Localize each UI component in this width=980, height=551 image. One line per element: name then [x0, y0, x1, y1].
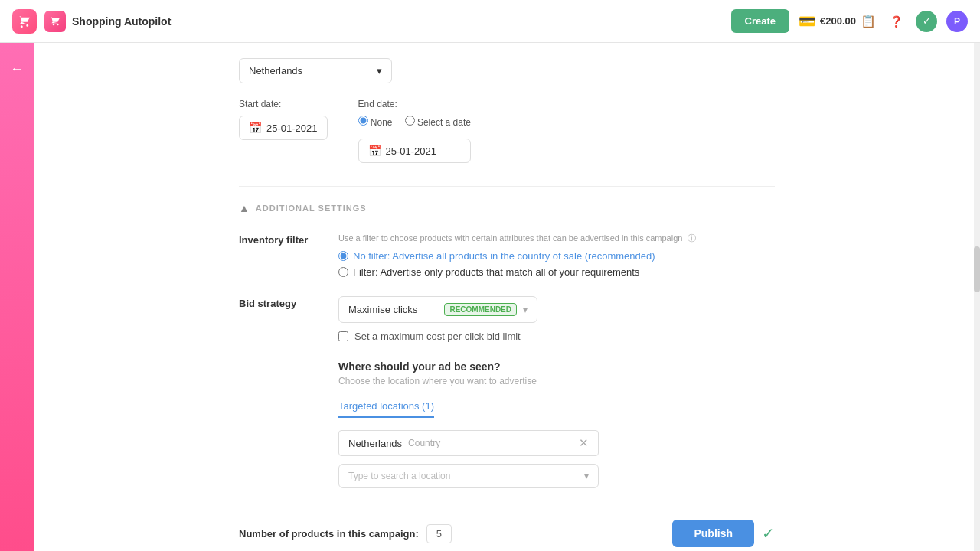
product-count-label: Number of products in this campaign: — [239, 528, 419, 540]
end-date-label: End date: — [358, 99, 471, 109]
shopping-autopilot-icon — [44, 11, 66, 32]
sidebar: ← — [0, 43, 34, 551]
location-search-placeholder: Type to search a location — [348, 471, 450, 481]
bid-chevron-icon: ▾ — [523, 305, 528, 315]
navbar: Shopping Autopilot Create 💳 €200.00 📋 ❓ … — [0, 0, 980, 43]
bid-strategy-row: Bid strategy Maximise clicks RECOMMENDED… — [239, 296, 775, 342]
where-ad-control: Where should your ad be seen? Choose the… — [338, 360, 775, 488]
location-type: Country — [408, 438, 440, 448]
bid-strategy-label: Bid strategy — [239, 296, 338, 309]
end-date-select-radio[interactable] — [405, 116, 415, 126]
end-calendar-icon: 📅 — [368, 145, 381, 157]
radio-no-filter-label: No filter: Advertise all products in the… — [353, 250, 655, 262]
end-date-group: End date: None Select a date 📅 25-01-202… — [358, 99, 471, 163]
publish-button[interactable]: Publish — [672, 520, 754, 547]
end-date-input[interactable]: 📅 25-01-2021 — [358, 139, 471, 163]
create-button[interactable]: Create — [731, 9, 789, 33]
bid-strategy-value: Maximise clicks — [348, 304, 417, 315]
additional-settings-header: ▲ ADDITIONAL SETTINGS — [239, 186, 775, 214]
radio-no-filter-option[interactable]: No filter: Advertise all products in the… — [338, 250, 775, 262]
radio-no-filter[interactable] — [338, 251, 348, 261]
end-date-none-option[interactable]: None — [358, 116, 393, 128]
where-hint: Choose the location where you want to ad… — [338, 376, 775, 386]
start-date-value: 25-01-2021 — [266, 122, 318, 134]
calendar-icon: 📅 — [249, 122, 262, 134]
section-collapse-icon[interactable]: ▲ — [239, 202, 250, 214]
back-button[interactable]: ← — [4, 55, 30, 83]
country-chevron-icon: ▾ — [377, 65, 382, 77]
scrollbar-thumb[interactable] — [974, 246, 980, 292]
end-date-select-label: Select a date — [417, 117, 471, 128]
targeted-locations-tab[interactable]: Targeted locations (1) — [338, 396, 434, 418]
additional-settings-title: ADDITIONAL SETTINGS — [256, 204, 367, 213]
location-tag: Netherlands Country ✕ — [338, 430, 599, 456]
hint-info-icon: ⓘ — [688, 233, 696, 243]
bottom-bar: Number of products in this campaign: 5 P… — [239, 507, 775, 551]
app-title: Shopping Autopilot — [72, 15, 731, 28]
where-ad-spacer — [239, 360, 338, 362]
remove-location-button[interactable]: ✕ — [579, 436, 589, 450]
location-search-chevron-icon: ▾ — [584, 471, 589, 481]
inventory-filter-control: Use a filter to choose products with cer… — [338, 233, 775, 278]
end-date-options: None Select a date — [358, 116, 471, 134]
inventory-filter-hint: Use a filter to choose products with cer… — [338, 233, 775, 244]
avatar: P — [946, 11, 968, 32]
location-name: Netherlands — [348, 438, 402, 449]
help-button[interactable]: ❓ — [885, 11, 906, 32]
main-content: Netherlands ▾ Start date: 📅 25-01-2021 E… — [34, 43, 980, 551]
inventory-filter-label: Inventory filter — [239, 233, 338, 246]
bid-strategy-dropdown[interactable]: Maximise clicks RECOMMENDED ▾ — [338, 296, 537, 323]
recommended-badge: RECOMMENDED — [444, 303, 517, 316]
navbar-right: Create 💳 €200.00 📋 ❓ ✓ P — [731, 9, 968, 33]
radio-filter[interactable] — [338, 267, 348, 277]
end-date-select-option[interactable]: Select a date — [405, 116, 471, 128]
location-search-dropdown[interactable]: Type to search a location ▾ — [338, 464, 599, 488]
country-value: Netherlands — [249, 65, 302, 77]
budget-display: 💳 €200.00 📋 — [799, 13, 876, 30]
radio-filter-label: Filter: Advertise only products that mat… — [353, 266, 639, 278]
max-cpc-checkbox[interactable] — [338, 331, 348, 341]
product-count-value: 5 — [426, 524, 452, 543]
inventory-filter-row: Inventory filter Use a filter to choose … — [239, 233, 775, 278]
max-cpc-label: Set a maximum cost per click bid limit — [354, 331, 521, 342]
radio-filter-option[interactable]: Filter: Advertise only products that mat… — [338, 266, 775, 278]
bid-strategy-control: Maximise clicks RECOMMENDED ▾ Set a maxi… — [338, 296, 775, 342]
bottom-actions: Publish ✓ — [672, 520, 775, 547]
inventory-radio-group: No filter: Advertise all products in the… — [338, 250, 775, 278]
end-date-none-label: None — [371, 117, 393, 128]
end-date-none-radio[interactable] — [358, 116, 368, 126]
start-date-label: Start date: — [239, 99, 328, 109]
status-check-icon: ✓ — [916, 11, 937, 32]
end-date-value: 25-01-2021 — [386, 145, 437, 157]
max-cpc-row: Set a maximum cost per click bid limit — [338, 331, 775, 342]
product-count-row: Number of products in this campaign: 5 — [239, 524, 452, 543]
content-inner: Netherlands ▾ Start date: 📅 25-01-2021 E… — [239, 58, 775, 551]
where-ad-row: Where should your ad be seen? Choose the… — [239, 360, 775, 488]
country-dropdown[interactable]: Netherlands ▾ — [239, 58, 392, 83]
start-date-input[interactable]: 📅 25-01-2021 — [239, 116, 328, 140]
app-logo — [12, 9, 37, 34]
where-title: Where should your ad be seen? — [338, 360, 775, 373]
date-row: Start date: 📅 25-01-2021 End date: None … — [239, 99, 775, 163]
check-icon: ✓ — [762, 524, 775, 543]
scrollbar-track — [974, 43, 980, 551]
start-date-group: Start date: 📅 25-01-2021 — [239, 99, 328, 140]
